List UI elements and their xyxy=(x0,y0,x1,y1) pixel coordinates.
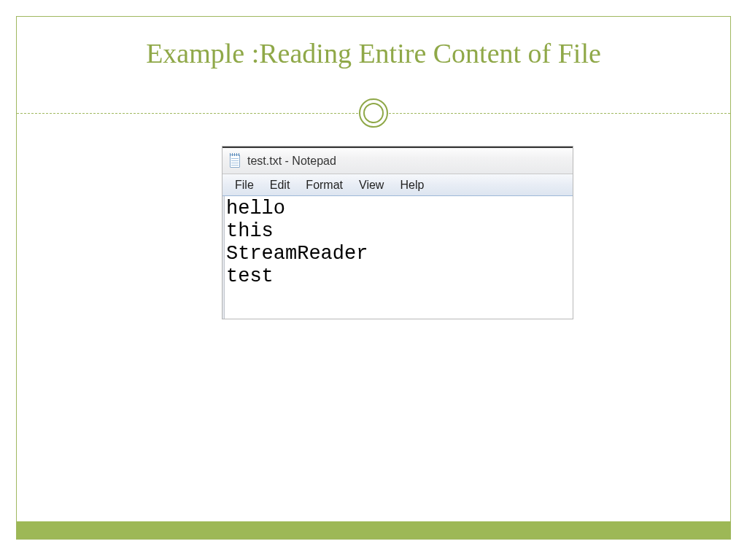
menu-edit[interactable]: Edit xyxy=(262,176,298,194)
slide-bottom-bar xyxy=(17,521,730,539)
menu-file[interactable]: File xyxy=(227,176,262,194)
slide-title: Example :Reading Entire Content of File xyxy=(17,37,730,69)
menu-help[interactable]: Help xyxy=(392,176,432,194)
notepad-titlebar: test.txt - Notepad xyxy=(222,148,573,174)
notepad-text[interactable]: hello this StreamReader test xyxy=(225,196,369,319)
notepad-icon xyxy=(228,154,241,168)
title-divider xyxy=(17,98,730,128)
notepad-window: test.txt - Notepad File Edit Format View… xyxy=(222,147,573,319)
menu-view[interactable]: View xyxy=(351,176,392,194)
menu-format[interactable]: Format xyxy=(298,176,351,194)
notepad-menubar: File Edit Format View Help xyxy=(222,174,573,196)
notepad-title-text: test.txt - Notepad xyxy=(247,155,336,168)
slide-frame: Example :Reading Entire Content of File … xyxy=(16,16,731,540)
divider-circle-inner xyxy=(363,103,384,123)
divider-circle xyxy=(359,98,388,128)
notepad-content-area: hello this StreamReader test xyxy=(222,196,573,319)
